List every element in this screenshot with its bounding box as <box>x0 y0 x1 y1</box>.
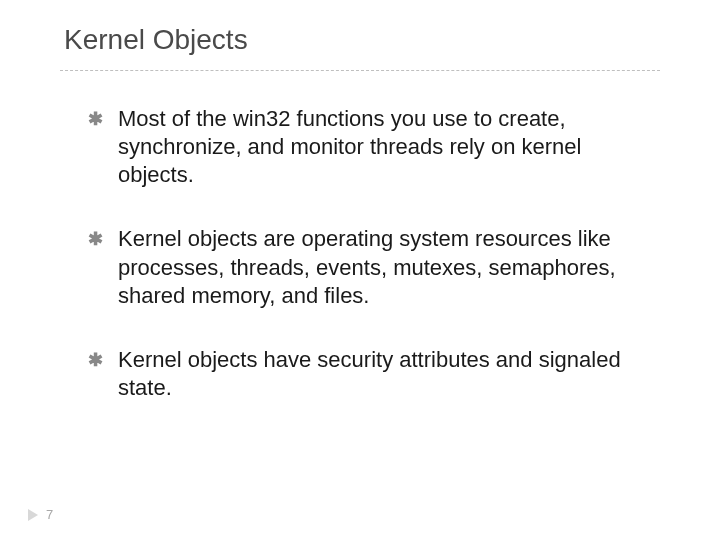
triangle-icon <box>28 509 38 521</box>
bullet-item: ✱ Kernel objects are operating system re… <box>88 225 650 309</box>
bullet-icon: ✱ <box>88 346 118 374</box>
slide-title: Kernel Objects <box>60 24 660 56</box>
footer: 7 <box>28 507 53 522</box>
bullet-icon: ✱ <box>88 105 118 133</box>
divider <box>60 70 660 71</box>
bullet-text: Kernel objects are operating system reso… <box>118 225 650 309</box>
slide-container: Kernel Objects ✱ Most of the win32 funct… <box>0 0 720 540</box>
bullet-item: ✱ Kernel objects have security attribute… <box>88 346 650 402</box>
content-area: ✱ Most of the win32 functions you use to… <box>60 105 660 402</box>
bullet-icon: ✱ <box>88 225 118 253</box>
bullet-item: ✱ Most of the win32 functions you use to… <box>88 105 650 189</box>
bullet-text: Most of the win32 functions you use to c… <box>118 105 650 189</box>
bullet-text: Kernel objects have security attributes … <box>118 346 650 402</box>
page-number: 7 <box>46 507 53 522</box>
